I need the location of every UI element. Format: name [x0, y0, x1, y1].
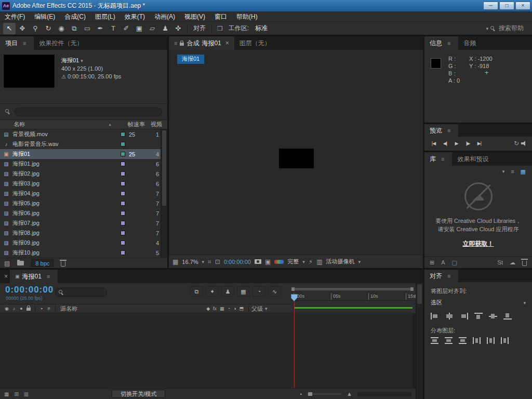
- project-item-row[interactable]: ▣海报01254: [0, 149, 167, 159]
- tab-effect-controls[interactable]: 效果控件（无）: [34, 36, 88, 50]
- toggle-switches-modes-button[interactable]: 切换开关/模式: [112, 390, 165, 398]
- eraser-tool[interactable]: ▱: [146, 23, 158, 34]
- tab-project[interactable]: 项目 ≡: [0, 36, 34, 50]
- draft-3d-button[interactable]: ✦: [206, 286, 219, 297]
- frame-blending-button[interactable]: ▦: [237, 286, 250, 297]
- timeline-current-time[interactable]: 0:00:00:00: [5, 285, 54, 295]
- align-horiz-center-button[interactable]: [445, 313, 454, 320]
- project-item-row[interactable]: ▨海报04.jpg7: [0, 189, 167, 198]
- quality-switch-icon[interactable]: ◆: [206, 306, 210, 311]
- menu-item[interactable]: 效果(T): [120, 11, 150, 22]
- mask-visibility-icon[interactable]: ⊡: [215, 258, 220, 265]
- tab-align[interactable]: 对齐 ≡: [424, 270, 458, 282]
- index-column-icon[interactable]: #: [45, 306, 52, 311]
- label-color-swatch[interactable]: [116, 152, 129, 156]
- video-eye-icon[interactable]: ◉: [3, 306, 10, 311]
- column-video[interactable]: 视频: [151, 121, 167, 128]
- panel-menu-icon[interactable]: ≡: [44, 273, 52, 280]
- type-tool[interactable]: T: [107, 23, 119, 34]
- label-color-swatch[interactable]: [116, 132, 129, 137]
- library-filter-chevron-icon[interactable]: ▾: [502, 169, 505, 174]
- menu-item[interactable]: 窗口: [210, 11, 232, 22]
- tab-preview[interactable]: 预览 ≡: [424, 124, 458, 137]
- last-frame-button[interactable]: ▶|: [474, 139, 484, 148]
- lock-column-icon[interactable]: [26, 308, 31, 311]
- zoom-in-frames-icon[interactable]: ▲: [347, 391, 352, 397]
- tab-audio[interactable]: 音频: [458, 36, 481, 50]
- snapshot-icon[interactable]: [255, 259, 261, 264]
- pen-tool[interactable]: ✒: [94, 23, 107, 34]
- label-color-swatch[interactable]: [116, 171, 129, 176]
- show-channel-icon[interactable]: [274, 260, 284, 264]
- solo-column-icon[interactable]: ●: [18, 306, 25, 311]
- project-item-row[interactable]: ▨海报07.jpg7: [0, 218, 167, 228]
- project-item-row[interactable]: ▨海报06.jpg7: [0, 208, 167, 218]
- current-time-indicator[interactable]: [291, 294, 298, 301]
- selection-tool[interactable]: ↖: [3, 23, 16, 34]
- menu-item[interactable]: 动画(A): [150, 11, 180, 22]
- toggle-layer-switches-pane-icon[interactable]: ▦: [4, 391, 9, 397]
- motion-blur-button[interactable]: ◔: [252, 286, 265, 297]
- view-chevron-icon[interactable]: ▾: [358, 259, 361, 264]
- column-frame-rate[interactable]: 帧速率: [128, 121, 151, 128]
- frame-blend-switch-icon[interactable]: ▦: [220, 306, 224, 311]
- camera-tool[interactable]: ◉: [55, 23, 68, 34]
- rectangle-tool[interactable]: ▭: [81, 23, 94, 34]
- menu-item[interactable]: 编辑(E): [30, 11, 60, 22]
- tab-effects-presets[interactable]: 效果和预设: [452, 152, 494, 166]
- work-area-bar[interactable]: [292, 288, 413, 290]
- toggle-transfer-controls-pane-icon[interactable]: ⊞: [14, 391, 18, 397]
- menu-item[interactable]: 文件(F): [0, 11, 30, 22]
- effects-switch-icon[interactable]: fx: [213, 306, 217, 311]
- menu-item[interactable]: 视图(V): [180, 11, 210, 22]
- label-color-swatch[interactable]: [116, 250, 129, 255]
- get-now-link[interactable]: 立即获取！: [463, 240, 494, 248]
- distribute-bottom-button[interactable]: [459, 337, 467, 344]
- align-to-select[interactable]: 选区 ▾: [431, 299, 526, 307]
- lock-icon[interactable]: [180, 43, 184, 46]
- project-item-row[interactable]: ▨海报08.jpg7: [0, 228, 167, 238]
- active-camera-value[interactable]: 活动摄像机: [326, 258, 355, 265]
- label-color-swatch[interactable]: [116, 221, 129, 225]
- magnification-value[interactable]: 16.7%: [182, 259, 198, 265]
- graph-editor-button[interactable]: ∿: [268, 286, 281, 297]
- distribute-left-button[interactable]: [473, 337, 481, 344]
- project-item-row[interactable]: ▤背景视频.mov251: [0, 129, 167, 139]
- close-timeline-icon[interactable]: ×: [0, 273, 10, 280]
- tab-timeline-comp[interactable]: ▣ 海报01 ≡: [10, 270, 58, 283]
- roi-icon[interactable]: ⌗: [208, 258, 211, 265]
- timeline-search-input[interactable]: [55, 288, 107, 297]
- maximize-icon[interactable]: □: [499, 2, 514, 10]
- menu-item[interactable]: 合成(C): [60, 11, 90, 22]
- label-color-swatch[interactable]: [116, 201, 129, 206]
- composition-viewer[interactable]: 海报01: [169, 50, 423, 255]
- align-top-button[interactable]: [474, 313, 483, 320]
- label-color-swatch[interactable]: [116, 191, 129, 196]
- previous-frame-button[interactable]: ◀|: [440, 139, 450, 148]
- close-icon[interactable]: ×: [515, 2, 530, 10]
- snap-label[interactable]: 对齐: [193, 24, 206, 33]
- audio-mute-icon[interactable]: [521, 140, 528, 147]
- project-item-row[interactable]: ▨海报03.jpg6: [0, 179, 167, 189]
- roto-brush-tool[interactable]: ♟: [159, 23, 171, 34]
- timeline-zoom-slider[interactable]: [307, 394, 341, 394]
- distribute-horiz-center-button[interactable]: [487, 337, 495, 344]
- panel-menu-icon[interactable]: ≡: [445, 273, 453, 279]
- layer-track-area[interactable]: [0, 313, 416, 388]
- timeline-horizontal-scrollbar[interactable]: [357, 392, 411, 396]
- project-item-row[interactable]: ♪电影背景音乐.wav: [0, 139, 167, 149]
- panel-menu-icon[interactable]: ≡: [445, 127, 453, 134]
- brush-tool[interactable]: ✐: [120, 23, 132, 34]
- 3d-layer-switch-icon[interactable]: ⬒: [239, 306, 244, 311]
- tab-layer-viewer[interactable]: 图层（无）: [234, 36, 276, 50]
- add-character-style-icon[interactable]: A: [441, 259, 445, 265]
- resolution-chevron-icon[interactable]: ▾: [302, 259, 305, 264]
- stock-icon[interactable]: St: [498, 259, 503, 265]
- align-bottom-button[interactable]: [503, 313, 512, 320]
- project-search-input[interactable]: [15, 108, 162, 116]
- interpret-footage-icon[interactable]: ▤: [4, 260, 10, 267]
- menu-item[interactable]: 图层(L): [90, 11, 120, 22]
- resolution-value[interactable]: 完整: [287, 258, 299, 265]
- project-item-row[interactable]: ▨海报02.jpg6: [0, 169, 167, 179]
- loop-icon[interactable]: ↻: [514, 140, 519, 147]
